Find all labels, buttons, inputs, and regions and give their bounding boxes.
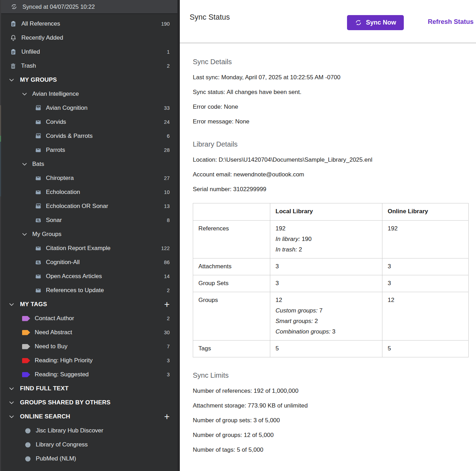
local-library-cell: 192In library: 190In trash: 2 [270,221,382,258]
sync-details-section: Sync Details Last sync: Monday, April 07… [193,58,476,125]
sidebar-item-label: Avian Cognition [46,105,88,112]
sidebar-item-reading-suggested[interactable]: Reading: Suggested3 [0,368,177,382]
cell-detail-line: Custom groups: 7 [276,307,377,314]
sidebar-item-online-search[interactable]: ONLINE SEARCH+ [0,410,177,424]
sidebar-item-my-groups[interactable]: MY GROUPS [0,73,177,87]
sidebar-item-need-abstract[interactable]: Need Abstract30 [0,325,177,339]
item-count: 8 [167,217,170,223]
sync-limits-section: Sync Limits Number of references: 192 of… [193,371,476,453]
sidebar-item-label: Unfiled [21,48,40,55]
row-label: Groups [193,292,270,341]
sidebar-item-label: Cognition-All [46,259,80,266]
item-count: 3 [167,372,170,377]
sync-status-bar[interactable]: Synced at 04/07/2025 10:22 [0,0,177,14]
item-count: 190 [161,21,170,27]
sidebar-item-label: Recently Added [21,34,63,41]
custom-group-icon [35,273,42,280]
sidebar-item-cognition-all[interactable]: Cognition-All86 [0,255,177,269]
item-count: 2 [167,316,170,321]
sync-limits-lines: Number of references: 192 of 1,000,000At… [193,388,476,453]
library-details-heading: Library Details [193,140,476,148]
sync-limits-heading: Sync Limits [193,371,476,379]
table-header-row: Local LibraryOnline Library [193,203,469,221]
item-count: 122 [161,245,170,251]
item-count: 2 [167,63,170,69]
sidebar-item-trash[interactable]: Trash2 [0,59,177,73]
row-label: Group Sets [193,275,270,292]
sidebar-item-chiroptera[interactable]: Chiroptera27 [0,171,177,185]
sidebar-item-recently-added[interactable]: Recently Added [0,31,177,45]
item-count: 2 [167,288,170,293]
sidebar-item-reading-high-priority[interactable]: Reading: High Priority3 [0,354,177,368]
sidebar-item-label: Echolocation OR Sonar [46,203,108,210]
bell-icon [10,34,17,41]
sidebar-item-open-access-articles[interactable]: Open Access Articles14 [0,269,177,283]
sidebar-item-label: Contact Author [35,315,74,322]
sidebar-item-sonar[interactable]: Sonar8 [0,213,177,227]
combination-group-icon [35,133,42,140]
sidebar-item-label: Chiroptera [46,175,74,182]
column-header-online-library: Online Library [382,203,469,221]
sidebar-item-avian-intelligence[interactable]: Avian Intelligence [0,87,177,101]
sidebar-item-label: MY GROUPS [20,76,57,83]
item-count: 30 [164,330,170,335]
cell-detail-line: In trash: 2 [276,246,377,253]
sync-details-heading: Sync Details [193,58,476,66]
sidebar-item-echolocation-or-sonar[interactable]: Echolocation OR Sonar13 [0,199,177,213]
sidebar-item-jisc-library-hub-discover[interactable]: Jisc Library Hub Discover [0,424,177,438]
item-count: 27 [164,175,170,181]
item-count: 3 [167,358,170,363]
sidebar-item-all-references[interactable]: All References190 [0,17,177,31]
local-library-cell: 12Custom groups: 7Smart groups: 2Combina… [270,292,382,341]
sidebar-item-label: Trash [21,62,36,69]
sidebar-item-library-of-congress[interactable]: Library of Congress [0,438,177,452]
clipboard-icon [10,20,17,27]
sidebar-item-echolocation[interactable]: Echolocation10 [0,185,177,199]
sidebar-item-my-tags[interactable]: MY TAGS+ [0,297,177,311]
detail-line: Last sync: Monday, April 07, 2025 at 10:… [193,74,476,81]
library-details-lines: Location: D:\Users\U1420704\Documents\Sa… [193,156,476,193]
sync-now-button[interactable]: Sync Now [347,15,404,30]
sidebar-item-label: Open Access Articles [46,273,102,280]
detail-line: Error code: None [193,103,476,110]
custom-group-icon [35,245,42,252]
sidebar-item-label: Echolocation [46,189,80,196]
sidebar-item-find-full-text[interactable]: FIND FULL TEXT [0,382,177,396]
smart-group-icon [35,259,42,266]
sidebar-item-my-groups[interactable]: My Groups [0,227,177,241]
add-button[interactable]: + [164,301,170,308]
sidebar-item-label: Parrots [46,147,65,154]
sidebar-item-label: FIND FULL TEXT [20,385,68,392]
sidebar-tree: All References190Recently AddedUnfiled1T… [0,14,177,466]
sidebar-item-contact-author[interactable]: Contact Author2 [0,311,177,325]
sidebar-item-avian-cognition[interactable]: Avian Cognition33 [0,101,177,115]
sync-status-bar-label: Synced at 04/07/2025 10:22 [22,4,95,10]
sidebar-item-label: Sonar [46,217,62,224]
custom-group-icon [35,175,42,182]
sidebar-item-corvids[interactable]: Corvids24 [0,115,177,129]
sidebar-item-corvids-parrots[interactable]: Corvids & Parrots6 [0,129,177,143]
tag-icon [22,316,30,321]
detail-line: Attachment storage: 773.90 KB of unlimit… [193,402,476,409]
table-row: Tags55 [193,341,469,357]
sidebar-item-need-to-buy[interactable]: Need to Buy7 [0,339,177,354]
sidebar-item-groups-shared-by-others[interactable]: GROUPS SHARED BY OTHERS [0,396,177,410]
sidebar-item-references-to-update[interactable]: References to Update2 [0,283,177,297]
item-count: 86 [164,260,170,265]
add-button[interactable]: + [164,413,170,420]
item-count: 33 [164,105,170,111]
pane-divider[interactable] [177,0,180,471]
detail-line: Account email: newendnote@outlook.com [193,171,476,178]
sidebar-item-citation-report-example[interactable]: Citation Report Example122 [0,241,177,255]
sidebar-item-bats[interactable]: Bats [0,157,177,171]
item-count: 10 [164,189,170,195]
sidebar-item-pubmed-nlm[interactable]: PubMed (NLM) [0,452,177,466]
refresh-status-link[interactable]: Refresh Status [428,18,474,26]
sidebar-item-parrots[interactable]: Parrots28 [0,143,177,157]
chevron-down-icon [8,301,15,308]
library-comparison-table: Local LibraryOnline Library References19… [193,203,469,357]
globe-icon [25,442,31,448]
left-edge-strip [0,0,1,471]
combination-group-icon [35,105,42,112]
sidebar-item-unfiled[interactable]: Unfiled1 [0,45,177,59]
